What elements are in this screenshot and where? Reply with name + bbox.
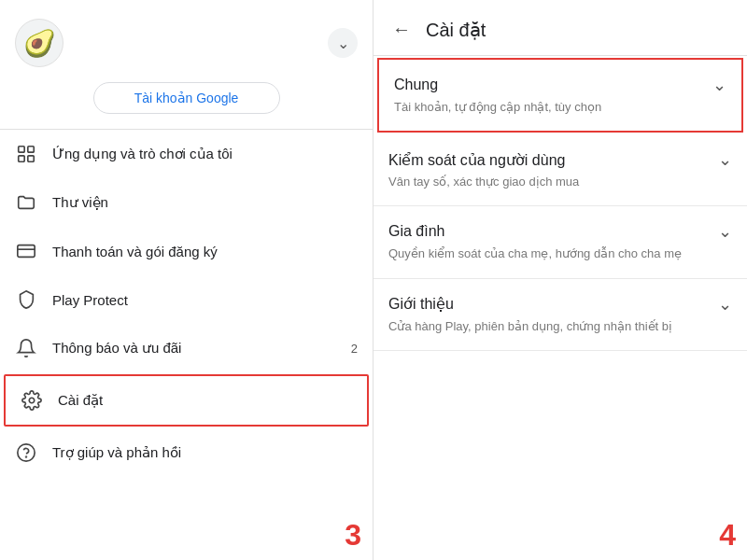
svg-rect-2 [19, 156, 24, 161]
gear-icon [21, 389, 43, 412]
svg-rect-1 [28, 147, 34, 152]
family-header: Gia đình ⌄ [388, 221, 732, 242]
svg-rect-4 [18, 245, 35, 258]
settings-label: Cài đặt [58, 392, 352, 409]
apps-label: Ứng dụng và trò chơi của tôi [52, 146, 358, 162]
chevron-right-icon-3: ⌄ [718, 221, 732, 242]
general-header: Chung ⌄ [394, 75, 726, 95]
sidebar-item-settings[interactable]: Cài đặt [4, 374, 369, 427]
about-subtitle: Cửa hàng Play, phiên bản dụng, chứng nhậ… [388, 318, 732, 335]
left-panel: 🥑 ⌄ Tài khoản Google Ứng dụng và trò chơ… [0, 0, 374, 560]
right-header: ← Cài đặt [374, 0, 747, 56]
help-icon [15, 441, 37, 464]
payment-label: Thanh toán và gói đăng ký [52, 244, 358, 259]
settings-item-general[interactable]: Chung ⌄ Tài khoản, tự động cập nhật, tùy… [377, 58, 743, 133]
sidebar-item-protect[interactable]: Play Protect [0, 275, 373, 324]
notifications-badge: 2 [351, 342, 358, 356]
svg-rect-0 [19, 147, 24, 152]
grid-icon [15, 143, 37, 165]
about-header: Giới thiệu ⌄ [388, 294, 732, 315]
right-panel: ← Cài đặt Chung ⌄ Tài khoản, tự động cập… [374, 0, 747, 560]
chevron-right-icon-4: ⌄ [718, 294, 732, 315]
avatar: 🥑 [15, 19, 63, 67]
help-label: Trợ giúp và phản hồi [52, 444, 358, 461]
chevron-right-icon: ⌄ [712, 75, 726, 95]
sidebar-item-apps[interactable]: Ứng dụng và trò chơi của tôi [0, 130, 373, 178]
library-label: Thư viện [52, 194, 358, 211]
settings-item-user-controls[interactable]: Kiểm soát của người dùng ⌄ Vân tay số, x… [374, 134, 747, 206]
family-subtitle: Quyền kiểm soát của cha mẹ, hướng dẫn ch… [388, 245, 732, 262]
svg-rect-3 [28, 156, 34, 161]
svg-point-6 [29, 398, 35, 403]
about-title: Giới thiệu [388, 295, 454, 313]
general-subtitle: Tài khoản, tự động cập nhật, tùy chọn [394, 99, 726, 116]
protect-label: Play Protect [52, 292, 358, 308]
sidebar-item-payment[interactable]: Thanh toán và gói đăng ký [0, 227, 373, 275]
settings-list: Chung ⌄ Tài khoản, tự động cập nhật, tùy… [374, 56, 747, 560]
family-title: Gia đình [388, 223, 444, 240]
google-account-button[interactable]: Tài khoản Google [93, 82, 280, 114]
header-right: ⌄ [73, 28, 358, 58]
general-title: Chung [394, 77, 438, 93]
chevron-right-icon-2: ⌄ [718, 149, 732, 170]
sidebar-item-help[interactable]: Trợ giúp và phản hồi [0, 428, 373, 477]
user-controls-subtitle: Vân tay số, xác thực giao dịch mua [388, 174, 732, 190]
left-corner-number: 3 [345, 518, 361, 553]
notifications-label: Thông báo và ưu đãi [52, 340, 336, 357]
back-arrow-icon[interactable]: ← [388, 15, 415, 44]
sidebar-item-notifications[interactable]: Thông báo và ưu đãi 2 [0, 324, 373, 372]
chevron-down-icon[interactable]: ⌄ [328, 28, 358, 58]
left-header: 🥑 ⌄ [0, 0, 373, 77]
bell-icon [15, 337, 37, 359]
settings-item-about[interactable]: Giới thiệu ⌄ Cửa hàng Play, phiên bản dụ… [374, 279, 747, 351]
user-controls-title: Kiểm soát của người dùng [388, 151, 565, 169]
sidebar-item-library[interactable]: Thư viện [0, 178, 373, 227]
folder-icon [15, 191, 37, 214]
right-corner-number: 4 [719, 518, 736, 553]
settings-item-family[interactable]: Gia đình ⌄ Quyền kiểm soát của cha mẹ, h… [374, 206, 747, 278]
user-controls-header: Kiểm soát của người dùng ⌄ [388, 149, 732, 170]
settings-title: Cài đặt [426, 19, 486, 41]
shield-icon [15, 288, 37, 311]
svg-point-7 [18, 444, 35, 461]
credit-card-icon [15, 240, 37, 262]
svg-point-8 [26, 456, 27, 457]
